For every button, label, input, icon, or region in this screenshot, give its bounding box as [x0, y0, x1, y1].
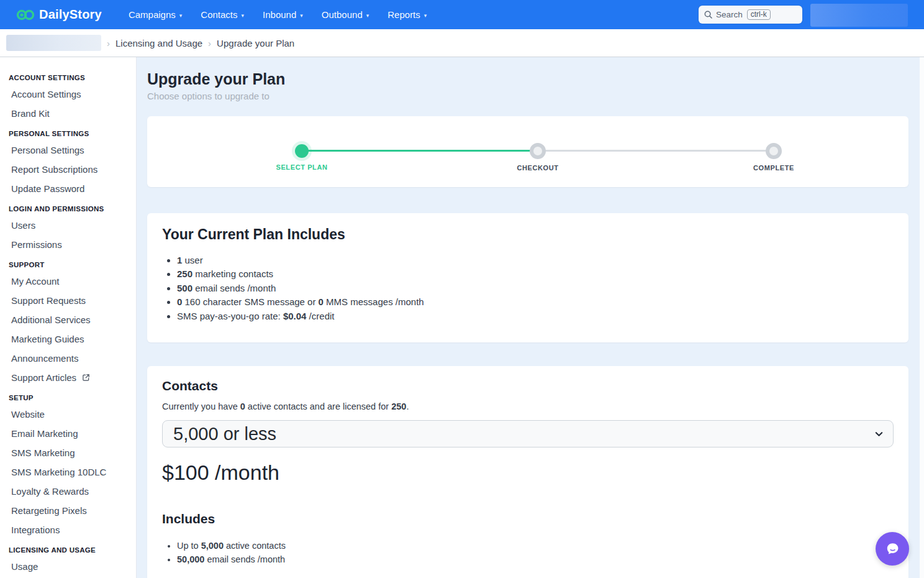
sidebar-item-sms-marketing-10dlc[interactable]: SMS Marketing 10DLC	[0, 462, 136, 482]
sidebar-item-label: Brand Kit	[11, 108, 50, 119]
sidebar-item-account-settings[interactable]: Account Settings	[0, 85, 136, 104]
current-plan-item: 250 marketing contacts	[177, 267, 894, 281]
sidebar-item-loyalty-rewards[interactable]: Loyalty & Rewards	[0, 482, 136, 501]
sidebar-section-setup: SETUP	[0, 387, 136, 405]
nav-contacts[interactable]: Contacts ▾	[191, 4, 253, 25]
current-plan-card: Your Current Plan Includes 1 user 250 ma…	[147, 213, 908, 342]
step-complete: COMPLETE	[724, 116, 823, 172]
sidebar-item-website[interactable]: Website	[0, 405, 136, 424]
search-icon	[704, 11, 712, 19]
contacts-tier-selected-value: 5,000 or less	[173, 424, 276, 444]
chevron-down-icon: ▾	[300, 12, 303, 19]
chat-bubble-icon	[883, 539, 902, 558]
sidebar-item-label: Announcements	[11, 353, 78, 364]
sidebar-item-label: Support Requests	[11, 295, 86, 306]
sidebar-item-sms-marketing[interactable]: SMS Marketing	[0, 443, 136, 462]
sidebar-section-personal-settings: PERSONAL SETTINGS	[0, 123, 136, 140]
sidebar-item-label: Website	[11, 409, 45, 420]
sidebar-item-permissions[interactable]: Permissions	[0, 235, 136, 254]
nav-outbound-label: Outbound	[322, 9, 363, 20]
nav-inbound-label: Inbound	[263, 9, 296, 20]
dailystory-logo[interactable]: DailyStory	[0, 7, 102, 22]
current-plan-item: SMS pay-as-you-go rate: $0.04 /credit	[177, 310, 894, 323]
sidebar-item-users[interactable]: Users	[0, 216, 136, 235]
sidebar-section-account-settings: ACCOUNT SETTINGS	[0, 67, 136, 85]
sidebar-item-label: Usage	[11, 561, 38, 572]
sidebar-item-label: Marketing Guides	[11, 334, 84, 344]
sidebar-item-label: Account Settings	[11, 89, 81, 99]
sidebar-section-support: SUPPORT	[0, 254, 136, 272]
includes-list: Up to 5,000 active contacts 50,000 email…	[177, 539, 894, 567]
contacts-tier-select[interactable]: 5,000 or less	[162, 420, 894, 447]
sidebar-item-marketing-guides[interactable]: Marketing Guides	[0, 329, 136, 349]
breadcrumb-separator: ›	[107, 38, 110, 48]
sidebar-item-my-account[interactable]: My Account	[0, 272, 136, 291]
breadcrumb-separator: ›	[208, 38, 211, 48]
main-menu: Campaigns ▾ Contacts ▾ Inbound ▾ Outboun…	[119, 4, 436, 25]
sidebar-item-label: Integrations	[11, 525, 60, 535]
nav-outbound[interactable]: Outbound ▾	[312, 4, 378, 25]
sidebar-item-personal-settings[interactable]: Personal Settings	[0, 140, 136, 160]
nav-campaigns-label: Campaigns	[129, 9, 176, 20]
sidebar-item-brand-kit[interactable]: Brand Kit	[0, 104, 136, 123]
chevron-down-icon	[874, 429, 884, 441]
step-label: CHECKOUT	[488, 164, 587, 172]
current-plan-item: 500 email sends /month	[177, 282, 894, 295]
sidebar-item-label: Report Subscriptions	[11, 164, 97, 175]
step-dot-active	[295, 144, 309, 158]
brand-name: DailyStory	[39, 7, 102, 22]
includes-title: Includes	[162, 511, 894, 526]
sidebar-item-additional-services[interactable]: Additional Services	[0, 310, 136, 329]
sidebar-item-email-marketing[interactable]: Email Marketing	[0, 424, 136, 443]
nav-reports-label: Reports	[387, 9, 420, 20]
search-placeholder: Search	[716, 10, 743, 19]
nav-inbound[interactable]: Inbound ▾	[253, 4, 312, 25]
sidebar-item-label: SMS Marketing	[11, 447, 75, 458]
settings-sidebar: ACCOUNT SETTINGS Account Settings Brand …	[0, 57, 137, 578]
chat-widget-button[interactable]	[876, 532, 909, 566]
contacts-description: Currently you have 0 active contacts and…	[162, 401, 894, 411]
contacts-card: Contacts Currently you have 0 active con…	[147, 366, 908, 578]
sidebar-item-report-subscriptions[interactable]: Report Subscriptions	[0, 160, 136, 179]
sidebar-item-label: Update Password	[11, 183, 84, 194]
sidebar-item-support-articles[interactable]: Support Articles	[0, 368, 136, 387]
sidebar-item-label: Personal Settings	[11, 145, 84, 155]
sidebar-item-label: Additional Services	[11, 314, 91, 325]
infinity-logo-icon	[16, 8, 35, 22]
sidebar-item-label: Support Articles	[11, 372, 76, 383]
breadcrumb-current-page: Upgrade your Plan	[217, 38, 294, 48]
top-navbar: DailyStory Campaigns ▾ Contacts ▾ Inboun…	[0, 0, 924, 29]
sidebar-section-licensing-usage: LICENSING AND USAGE	[0, 539, 136, 557]
step-dot-upcoming	[766, 143, 782, 159]
global-search-input[interactable]: Search ctrl-k	[699, 6, 802, 24]
breadcrumb-account-redacted[interactable]	[6, 35, 101, 51]
sidebar-item-announcements[interactable]: Announcements	[0, 349, 136, 368]
sidebar-item-label: SMS Marketing 10DLC	[11, 467, 106, 477]
sidebar-item-label: Permissions	[11, 239, 62, 250]
nav-reports[interactable]: Reports ▾	[378, 4, 436, 25]
step-checkout: CHECKOUT	[488, 116, 587, 172]
scrollbar-track[interactable]	[920, 57, 924, 578]
chevron-down-icon: ▾	[424, 12, 427, 19]
breadcrumb-licensing-link[interactable]: Licensing and Usage	[116, 38, 202, 48]
step-label: SELECT PLAN	[252, 163, 351, 171]
sidebar-item-support-requests[interactable]: Support Requests	[0, 291, 136, 310]
nav-campaigns[interactable]: Campaigns ▾	[119, 4, 191, 25]
step-dot-upcoming	[530, 143, 546, 159]
sidebar-item-retargeting-pixels[interactable]: Retargeting Pixels	[0, 501, 136, 520]
chevron-down-icon: ▾	[366, 12, 369, 19]
chevron-down-icon: ▾	[179, 12, 183, 19]
sidebar-item-label: Retargeting Pixels	[11, 505, 87, 516]
sidebar-item-label: Loyalty & Rewards	[11, 486, 89, 497]
sidebar-item-integrations[interactable]: Integrations	[0, 520, 136, 539]
sidebar-item-update-password[interactable]: Update Password	[0, 179, 136, 198]
includes-item: Up to 5,000 active contacts	[177, 539, 894, 553]
sidebar-item-usage[interactable]: Usage	[0, 557, 136, 576]
current-plan-title: Your Current Plan Includes	[162, 226, 894, 243]
main-content: Upgrade your Plan Choose options to upgr…	[137, 57, 920, 578]
current-plan-item: 1 user	[177, 254, 894, 267]
user-menu-redacted[interactable]	[810, 4, 908, 27]
chevron-down-icon: ▾	[242, 12, 245, 19]
sidebar-item-label: My Account	[11, 276, 60, 287]
search-shortcut-badge: ctrl-k	[747, 9, 771, 20]
